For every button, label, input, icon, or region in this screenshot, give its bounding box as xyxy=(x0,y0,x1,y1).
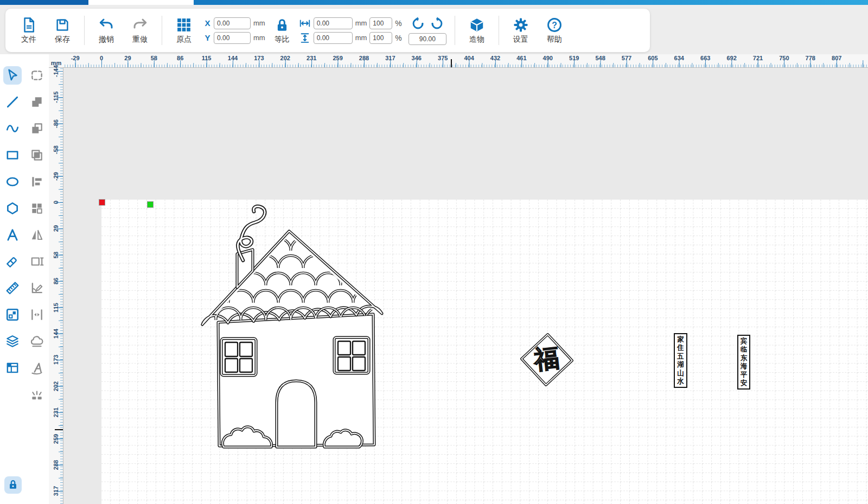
tool-cell xyxy=(24,354,49,381)
tool-cell xyxy=(0,301,24,328)
tool-cell xyxy=(24,195,49,221)
sidebar-tool-line[interactable] xyxy=(3,93,22,111)
main-toolbar: 文件 保存 撤销 重做 原点 X xyxy=(5,9,650,52)
origin-marker xyxy=(99,199,105,206)
undo-button[interactable]: 撤销 xyxy=(90,17,123,44)
v-ruler-label: 288 xyxy=(53,460,59,470)
h-ruler-label: 663 xyxy=(700,55,710,61)
polygon-icon xyxy=(5,201,20,215)
h-ruler-label: 490 xyxy=(543,55,553,61)
rotation-angle-input[interactable] xyxy=(409,33,446,45)
h-ruler-label: 173 xyxy=(254,55,264,61)
help-button[interactable]: ? 帮助 xyxy=(538,17,571,44)
sidebar-tool-weld[interactable] xyxy=(28,332,46,350)
cube-icon xyxy=(469,17,485,33)
curve-icon xyxy=(5,122,20,136)
tool-cell xyxy=(0,328,24,354)
sidebar-tool-select[interactable] xyxy=(3,66,22,85)
v-ruler-label: 202 xyxy=(53,381,59,391)
help-label: 帮助 xyxy=(547,35,562,44)
sidebar-tool-marquee-select[interactable] xyxy=(28,66,46,85)
settings-button[interactable]: 设置 xyxy=(504,17,538,44)
sidebar-tool-text[interactable] xyxy=(3,226,22,244)
svg-text:?: ? xyxy=(552,20,557,29)
width-percent-sign: % xyxy=(395,19,401,28)
h-ruler-label: 58 xyxy=(151,55,157,61)
height-percent-input[interactable] xyxy=(369,32,392,44)
x-axis-label: X xyxy=(204,18,211,28)
couplet-right[interactable]: 宾临东海平安 xyxy=(737,335,750,390)
sidebar-tool-distribute[interactable] xyxy=(28,305,46,324)
save-icon xyxy=(54,17,71,33)
sidebar-tool-resize[interactable] xyxy=(28,252,46,271)
tool-cell xyxy=(24,301,49,328)
sidebar-tool-angle-measure[interactable] xyxy=(28,279,46,297)
h-ruler-label: 259 xyxy=(333,55,342,61)
height-input[interactable] xyxy=(314,32,353,44)
rotate-ccw-icon xyxy=(411,16,425,31)
couplet-char: 山 xyxy=(677,369,684,377)
width-input[interactable] xyxy=(314,17,353,29)
sidebar-tool-boolean-subtract[interactable] xyxy=(28,119,46,138)
h-ruler-label: 346 xyxy=(412,55,422,61)
sidebar-tool-mirror[interactable] xyxy=(28,226,46,244)
make-button[interactable]: 造物 xyxy=(460,17,494,44)
width-icon xyxy=(299,17,311,29)
sidebar-tool-boolean-intersect[interactable] xyxy=(28,146,46,164)
tool-cell xyxy=(24,328,49,354)
sidebar-tool-nesting[interactable] xyxy=(3,305,22,324)
save-button[interactable]: 保存 xyxy=(46,17,79,44)
lock-ratio-button[interactable]: 等比 xyxy=(269,17,296,44)
titlebar-segment-left[interactable] xyxy=(0,0,88,5)
sidebar-tool-group[interactable] xyxy=(28,199,46,218)
file-button[interactable]: 文件 xyxy=(12,17,46,44)
rotate-ccw-button[interactable] xyxy=(411,16,425,31)
tool-cell xyxy=(24,221,49,248)
tool-cell xyxy=(0,168,24,195)
sidebar-tool-explode[interactable] xyxy=(28,385,46,404)
fu-diamond-sign[interactable]: 福 xyxy=(520,333,574,387)
sidebar-tool-ruler[interactable] xyxy=(3,279,22,297)
v-ruler-label: 144 xyxy=(53,329,59,339)
tool-cell xyxy=(0,221,24,248)
h-ruler-label: 0 xyxy=(100,55,103,61)
v-ruler-label: 259 xyxy=(53,433,59,443)
sidebar-tool-curve[interactable] xyxy=(3,119,22,138)
toolbar-separator xyxy=(162,16,162,45)
v-ruler-label: -86 xyxy=(53,119,59,128)
sidebar-tool-polygon[interactable] xyxy=(3,199,22,218)
ruler-cursor-marker-x xyxy=(451,59,452,67)
save-label: 保存 xyxy=(55,35,70,44)
vertical-ruler: -144-115-86-58-2902958861151441732022312… xyxy=(49,68,63,504)
canvas-lock-button[interactable] xyxy=(4,476,22,494)
x-position-input[interactable] xyxy=(214,17,251,29)
titlebar-active-tab[interactable] xyxy=(88,0,194,5)
couplet-left[interactable]: 家住五湖山水 xyxy=(674,333,687,388)
sidebar-tool-grid-table[interactable] xyxy=(3,359,22,377)
lock-icon xyxy=(274,17,290,33)
file-icon xyxy=(21,17,37,33)
tool-cell xyxy=(0,195,24,221)
house-drawing[interactable] xyxy=(201,200,385,455)
sidebar-tool-boolean-union[interactable] xyxy=(28,93,46,111)
sidebar-tool-rectangle[interactable] xyxy=(3,146,22,164)
sidebar-tool-skew-text[interactable] xyxy=(28,359,46,377)
explode-icon xyxy=(30,387,44,401)
rotate-cw-button[interactable] xyxy=(430,16,444,31)
y-position-input[interactable] xyxy=(214,32,251,44)
canvas-viewport[interactable]: 福 家住五湖山水 宾临东海平安 xyxy=(63,68,868,504)
skew-text-icon xyxy=(30,361,44,375)
couplet-char: 水 xyxy=(677,378,684,385)
toolbar-separator xyxy=(455,16,455,45)
redo-button[interactable]: 重做 xyxy=(123,17,157,44)
h-ruler-label: 317 xyxy=(385,55,395,61)
tool-cell xyxy=(24,115,49,142)
origin-button[interactable]: 原点 xyxy=(167,17,201,44)
undo-label: 撤销 xyxy=(99,35,114,44)
sidebar-tool-eraser[interactable] xyxy=(3,252,22,271)
sidebar-tool-align[interactable] xyxy=(28,173,46,191)
sidebar-tool-ellipse[interactable] xyxy=(3,173,22,191)
width-percent-input[interactable] xyxy=(369,17,392,29)
boolean-union-icon xyxy=(30,95,44,109)
sidebar-tool-layers[interactable] xyxy=(3,332,22,350)
